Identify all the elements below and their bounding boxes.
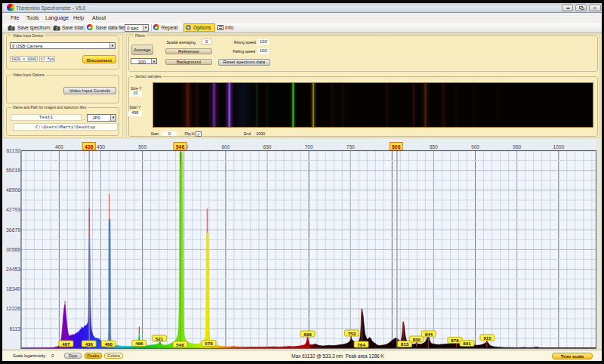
svg-text:460: 460 bbox=[105, 341, 113, 347]
svg-text:699: 699 bbox=[304, 332, 312, 337]
svg-text:450: 450 bbox=[97, 144, 105, 150]
svg-text:600: 600 bbox=[221, 144, 230, 150]
svg-text:61132: 61132 bbox=[7, 148, 21, 153]
svg-text:407: 407 bbox=[62, 341, 70, 347]
svg-text:830: 830 bbox=[413, 337, 421, 342]
svg-text:915: 915 bbox=[483, 335, 492, 341]
svg-text:891: 891 bbox=[463, 341, 471, 346]
svg-text:42793: 42793 bbox=[6, 207, 20, 212]
svg-text:1000: 1000 bbox=[553, 144, 565, 150]
svg-text:496: 496 bbox=[135, 341, 143, 346]
svg-text:24453: 24453 bbox=[6, 267, 20, 272]
svg-text:6113: 6113 bbox=[9, 326, 20, 332]
svg-text:806: 806 bbox=[392, 144, 401, 150]
svg-text:55019: 55019 bbox=[6, 168, 20, 173]
svg-text:546: 546 bbox=[176, 144, 185, 150]
svg-text:844: 844 bbox=[425, 332, 433, 337]
svg-text:18340: 18340 bbox=[6, 286, 20, 292]
svg-text:578: 578 bbox=[205, 341, 213, 346]
svg-text:850: 850 bbox=[430, 144, 438, 150]
svg-text:12226: 12226 bbox=[6, 306, 20, 311]
svg-text:400: 400 bbox=[55, 144, 63, 150]
svg-text:813: 813 bbox=[401, 341, 409, 347]
svg-text:521: 521 bbox=[156, 336, 164, 341]
svg-text:764: 764 bbox=[357, 342, 365, 347]
svg-text:750: 750 bbox=[347, 144, 355, 150]
svg-text:436: 436 bbox=[85, 341, 94, 347]
svg-text:950: 950 bbox=[513, 144, 521, 150]
svg-text:752: 752 bbox=[348, 331, 356, 336]
svg-text:650: 650 bbox=[263, 144, 272, 150]
svg-text:436: 436 bbox=[85, 144, 94, 150]
svg-text:900: 900 bbox=[471, 144, 479, 150]
svg-text:878: 878 bbox=[451, 338, 459, 343]
svg-text:48906: 48906 bbox=[6, 187, 20, 193]
svg-text:30566: 30566 bbox=[6, 247, 20, 252]
svg-text:700: 700 bbox=[305, 144, 313, 150]
svg-text:36679: 36679 bbox=[6, 227, 20, 233]
svg-text:500: 500 bbox=[138, 144, 146, 150]
svg-text:546: 546 bbox=[176, 342, 184, 347]
